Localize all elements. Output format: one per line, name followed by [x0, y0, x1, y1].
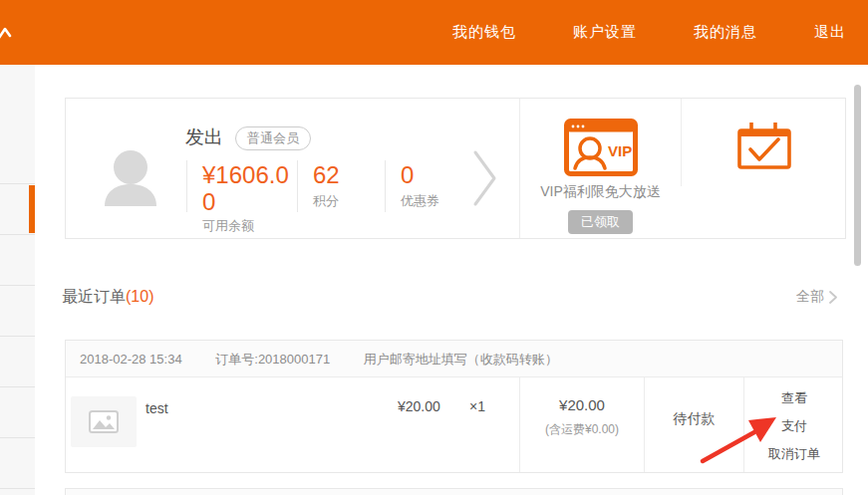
recent-orders-count: (10) [126, 288, 153, 305]
order-shipping-note: (含运费¥0.00) [520, 421, 644, 438]
sidebar-rail [0, 65, 35, 495]
checkin-cell[interactable] [682, 99, 847, 238]
sidebar-item-2-active[interactable] [0, 184, 35, 235]
view-order-link[interactable]: 查看 [744, 389, 844, 407]
sidebar-item-6[interactable] [0, 387, 35, 438]
stat-balance[interactable]: ¥1606.00 可用余额 [186, 160, 297, 212]
sidebar-item-1[interactable] [0, 65, 35, 184]
vip-promo-title: VIP福利限免大放送 [520, 183, 681, 201]
vip-promo-cell[interactable]: VIP VIP福利限免大放送 已领取 [520, 99, 681, 238]
vip-browser-icon: VIP [564, 119, 638, 176]
profile-stats: ¥1606.00 可用余额 62 积分 0 优惠券 [186, 160, 476, 212]
order-note: 用户邮寄地址填写（收款码转账） [364, 352, 558, 367]
balance-value: ¥1606.00 [202, 162, 302, 216]
view-all-label: 全部 [796, 288, 824, 306]
top-navbar: 我的钱包 账户设置 我的消息 退出 [0, 0, 868, 65]
nav-my-wallet[interactable]: 我的钱包 [452, 23, 516, 42]
nav-logout[interactable]: 退出 [814, 23, 846, 42]
sidebar-item-4[interactable] [0, 286, 35, 337]
order-total: ¥20.00 [520, 396, 644, 413]
product-name[interactable]: test [145, 400, 168, 416]
product-thumbnail[interactable] [71, 396, 137, 447]
view-all-orders-link[interactable]: 全部 [796, 288, 837, 306]
nav-my-messages[interactable]: 我的消息 [694, 23, 757, 42]
order-number: 订单号:2018000171 [215, 352, 330, 367]
order-datetime: 2018-02-28 15:34 [80, 352, 182, 367]
recent-orders-title: 最近订单 [62, 288, 126, 305]
balance-label: 可用余额 [202, 217, 297, 235]
profile-chevron-right-icon[interactable] [472, 149, 498, 207]
avatar [102, 148, 159, 206]
calendar-check-icon [735, 121, 793, 170]
top-nav-links: 我的钱包 账户设置 我的消息 退出 [452, 0, 846, 65]
order-card: 2018-02-28 15:34 订单号:2018000171 用户邮寄地址填写… [65, 340, 843, 473]
product-quantity: ×1 [469, 398, 485, 414]
sidebar-active-indicator [29, 185, 35, 233]
points-label: 积分 [313, 192, 385, 210]
member-level-badge: 普通会员 [235, 126, 311, 150]
sidebar-item-5[interactable] [0, 337, 35, 387]
username: 发出 [185, 124, 223, 150]
site-logo-icon [0, 26, 14, 44]
sidebar-item-7[interactable] [0, 438, 35, 489]
chevron-right-icon [829, 291, 837, 304]
order-header-row: 2018-02-28 15:34 订单号:2018000171 用户邮寄地址填写… [66, 341, 842, 377]
cancel-order-link[interactable]: 取消订单 [744, 445, 844, 463]
next-order-card-stub [65, 488, 843, 495]
stat-coupons[interactable]: 0 优惠券 [385, 160, 476, 212]
product-price: ¥20.00 [398, 398, 440, 414]
coupons-label: 优惠券 [401, 192, 476, 210]
svg-text:VIP: VIP [608, 142, 632, 159]
scrollbar-thumb[interactable] [854, 85, 861, 266]
image-placeholder-icon [89, 410, 119, 433]
order-actions-cell: 查看 支付 取消订单 [744, 377, 844, 472]
nav-account-settings[interactable]: 账户设置 [573, 23, 637, 42]
recent-orders-heading: 最近订单(10) [62, 287, 153, 308]
sidebar-item-3[interactable] [0, 235, 35, 286]
vip-claimed-button[interactable]: 已领取 [568, 210, 633, 234]
profile-card: 发出 普通会员 ¥1606.00 可用余额 62 积分 0 优惠券 VIP VI… [65, 98, 846, 239]
order-body-row: test ¥20.00 ×1 ¥20.00 (含运费¥0.00) 待付款 查看 … [66, 377, 842, 472]
pay-order-link[interactable]: 支付 [744, 417, 844, 435]
order-status: 待付款 [645, 410, 743, 428]
stat-points[interactable]: 62 积分 [297, 160, 385, 212]
